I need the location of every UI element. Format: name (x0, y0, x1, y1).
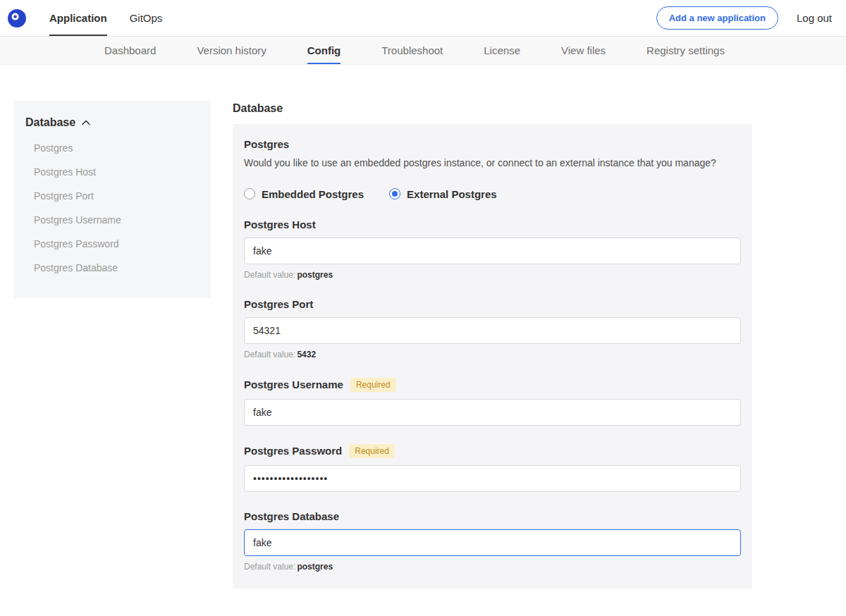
sidebar-item-postgres[interactable]: Postgres (25, 136, 200, 160)
sidebar-item-postgres-host[interactable]: Postgres Host (25, 160, 200, 184)
postgres-type-radio-group: Embedded Postgres External Postgres (244, 188, 741, 200)
postgres-port-label: Postgres Port (244, 298, 313, 310)
field-postgres-port: Postgres Port Default value:5432 (244, 298, 741, 359)
subnav-tab-license[interactable]: License (484, 37, 520, 64)
postgres-password-input[interactable] (244, 465, 741, 492)
group-help-text: Would you like to use an embedded postgr… (244, 156, 741, 171)
radio-unselected-icon (244, 188, 255, 199)
app-logo[interactable] (7, 8, 27, 28)
sidebar-item-postgres-port[interactable]: Postgres Port (25, 184, 200, 208)
sidebar-item-postgres-username[interactable]: Postgres Username (25, 208, 200, 232)
sidebar-list: Postgres Postgres Host Postgres Port Pos… (25, 136, 200, 280)
tab-gitops[interactable]: GitOps (130, 0, 163, 36)
default-prefix: Default value: (244, 562, 295, 572)
radio-embedded-label: Embedded Postgres (262, 188, 364, 200)
postgres-username-label: Postgres Username (244, 378, 343, 390)
group-title: Postgres (244, 138, 741, 150)
subnav-tab-dashboard[interactable]: Dashboard (104, 37, 156, 64)
postgres-username-input[interactable] (244, 399, 741, 426)
main-area: Database Postgres Postgres Host Postgres… (0, 65, 846, 616)
config-sidebar: Database Postgres Postgres Host Postgres… (14, 101, 211, 298)
sidebar-group-database[interactable]: Database (25, 116, 200, 129)
subnav-tab-version-history[interactable]: Version history (197, 37, 266, 64)
radio-selected-icon (389, 188, 400, 199)
postgres-port-default-hint: Default value:5432 (244, 350, 741, 359)
postgres-database-label: Postgres Database (244, 510, 339, 522)
subnav-tab-view-files[interactable]: View files (561, 37, 606, 64)
radio-external-postgres[interactable]: External Postgres (389, 188, 497, 200)
postgres-password-label: Postgres Password (244, 445, 342, 457)
field-postgres-database: Postgres Database Default value:postgres (244, 510, 741, 572)
default-value: 5432 (297, 350, 316, 359)
subnav-tab-config[interactable]: Config (307, 37, 341, 64)
add-application-button[interactable]: Add a new application (656, 6, 778, 30)
postgres-database-default-hint: Default value:postgres (244, 562, 741, 572)
sidebar-group-label: Database (25, 116, 75, 129)
top-nav: Application GitOps Add a new application… (0, 0, 846, 37)
default-prefix: Default value: (244, 270, 295, 280)
radio-external-label: External Postgres (407, 188, 497, 200)
logout-link[interactable]: Log out (797, 12, 832, 24)
radio-embedded-postgres[interactable]: Embedded Postgres (244, 188, 364, 200)
default-value: postgres (297, 562, 333, 572)
chevron-up-icon (82, 120, 90, 125)
subnav-tab-troubleshoot[interactable]: Troubleshoot (381, 37, 443, 64)
default-prefix: Default value: (244, 350, 295, 359)
postgres-port-input[interactable] (244, 317, 741, 344)
subnav-tab-registry-settings[interactable]: Registry settings (646, 37, 725, 64)
required-badge: Required (350, 378, 396, 392)
field-postgres-host: Postgres Host Default value:postgres (244, 218, 741, 280)
kots-logo-icon (7, 8, 27, 28)
postgres-host-default-hint: Default value:postgres (244, 270, 741, 280)
postgres-host-label: Postgres Host (244, 218, 316, 230)
top-tabs: Application GitOps (49, 0, 162, 36)
field-postgres-password: Postgres Password Required (244, 444, 741, 492)
sidebar-item-postgres-database[interactable]: Postgres Database (25, 256, 200, 280)
config-group-card: Postgres Would you like to use an embedd… (233, 124, 752, 589)
postgres-host-input[interactable] (244, 238, 741, 264)
section-title: Database (233, 101, 752, 115)
config-content: Database Postgres Would you like to use … (233, 101, 752, 616)
required-badge: Required (349, 444, 395, 458)
sidebar-item-postgres-password[interactable]: Postgres Password (25, 232, 200, 256)
field-postgres-username: Postgres Username Required (244, 378, 741, 426)
postgres-database-input[interactable] (244, 529, 741, 556)
tab-application[interactable]: Application (49, 0, 107, 36)
default-value: postgres (297, 270, 333, 280)
app-subnav: Dashboard Version history Config Trouble… (0, 37, 846, 65)
